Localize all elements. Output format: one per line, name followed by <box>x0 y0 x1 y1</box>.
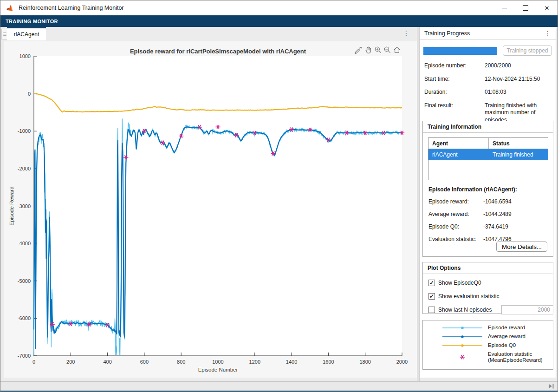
field-value: 2000/2000 <box>485 62 551 70</box>
x-tick-label: 1200 <box>249 359 260 365</box>
option-row: Show last N episodes <box>428 305 553 314</box>
field-value: 12-Nov-2024 21:15:50 <box>485 76 551 83</box>
legend-label-line1: Evaluation statistic <box>488 351 532 357</box>
y-tick-label: 0 <box>28 91 31 97</box>
field-row: Episode reward: -1046.6594 <box>428 198 547 205</box>
matlab-logo-icon <box>6 4 14 12</box>
field-row: Duration: 01:08:03 <box>424 89 551 96</box>
cell-status: Training finished <box>489 149 548 160</box>
training-information-box: Training Information Agent Status rlACAg… <box>422 121 553 257</box>
collapse-panel-icon[interactable] <box>549 384 554 389</box>
y-tick-label: -4000 <box>18 241 31 246</box>
field-value: -374.6419 <box>483 223 508 230</box>
legend-box: Episode reward Average reward Episode Q0… <box>422 320 553 370</box>
toolstrip: TRAINING MONITOR <box>0 15 558 27</box>
y-tick-label: 1000 <box>19 53 31 59</box>
column-header-agent: Agent <box>428 138 489 149</box>
close-button[interactable]: ✕ <box>536 0 558 15</box>
legend-label: Average reward <box>488 333 526 340</box>
episode-reward-legend-marker <box>441 325 484 331</box>
home-icon[interactable] <box>394 47 400 53</box>
legend-label: Episode Q0 <box>488 342 516 348</box>
legend-item: Average reward <box>441 333 553 340</box>
panel-title: Training Progress <box>424 30 470 37</box>
zoom-in-icon[interactable] <box>375 47 381 52</box>
field-label: Start time: <box>424 76 485 83</box>
progress-row: Training stopped <box>423 46 552 56</box>
zoom-out-icon[interactable] <box>384 47 390 52</box>
maximize-button[interactable] <box>515 0 536 15</box>
x-tick-label: 1600 <box>323 359 334 365</box>
figure-panel: -7000-6000-5000-4000-3000-2000-100001000… <box>4 41 417 378</box>
panel-header: Training Progress ⋮ <box>420 27 556 40</box>
option-label: Show last N episodes <box>438 307 492 313</box>
y-tick-label: -1000 <box>18 128 31 134</box>
app-window: Reinforcement Learning Training Monitor … <box>0 0 558 392</box>
training-stopped-button[interactable]: Training stopped <box>503 46 552 56</box>
show-last-n-episodes-checkbox[interactable] <box>428 307 435 313</box>
panel-options-menu-icon[interactable]: ⋮ <box>545 30 551 37</box>
toolstrip-tab-training-monitor[interactable]: TRAINING MONITOR <box>0 19 63 24</box>
y-tick-label: -2000 <box>18 166 31 171</box>
legend-label: Episode reward <box>488 325 525 331</box>
field-label: Average reward: <box>428 211 483 217</box>
option-label: Show EpisodeQ0 <box>438 280 481 286</box>
column-header-status: Status <box>489 138 548 149</box>
field-label: Evaluation statistic: <box>428 236 483 242</box>
minimize-button[interactable] <box>493 0 515 15</box>
pan-icon[interactable] <box>366 47 370 53</box>
n-episodes-input[interactable] <box>501 305 553 314</box>
title-bar: Reinforcement Learning Training Monitor … <box>0 0 558 15</box>
tab-rlacagent[interactable]: rlACAgent <box>7 27 46 40</box>
option-row: ✓ Show EpisodeQ0 <box>428 278 553 287</box>
export-icon[interactable] <box>355 47 362 54</box>
x-tick-label: 1800 <box>359 359 370 365</box>
maximize-icon <box>523 5 528 11</box>
x-tick-label: 800 <box>177 359 185 365</box>
y-tick-label: -7000 <box>18 353 31 359</box>
progress-fields: Episode number: 2000/2000 Start time: 12… <box>424 62 551 124</box>
plot-options-title: Plot Options <box>423 262 553 274</box>
x-tick-label: 0 <box>32 359 35 365</box>
field-row: Start time: 12-Nov-2024 21:15:50 <box>424 76 551 83</box>
x-tick-label: 1400 <box>286 359 297 365</box>
x-tick-label: 2000 <box>396 359 408 365</box>
agent-status-table: Agent Status rlACAgent Training finished <box>428 137 548 180</box>
field-label: Episode number: <box>424 62 485 70</box>
show-evaluation-statistic-checkbox[interactable]: ✓ <box>428 293 435 300</box>
field-value: -1046.6594 <box>483 198 512 205</box>
table-row[interactable]: rlACAgent Training finished <box>428 149 548 160</box>
y-tick-label: -5000 <box>18 278 31 284</box>
more-details-button[interactable]: More Details... <box>496 242 547 252</box>
table-header-row: Agent Status <box>428 138 548 149</box>
tab-label: rlACAgent <box>14 31 39 38</box>
chart-title: Episode reward for rlCartPoleSimscapeMod… <box>130 48 306 55</box>
field-label: Duration: <box>424 89 485 96</box>
field-row: Average reward: -1044.2489 <box>428 211 547 217</box>
field-label: Episode Q0: <box>428 223 483 230</box>
progress-bar <box>423 47 497 55</box>
training-progress-panel: Training Progress ⋮ Training stopped Epi… <box>420 27 556 378</box>
x-tick-label: 400 <box>103 359 111 365</box>
x-tick-label: 600 <box>140 359 149 365</box>
episode-q0-legend-marker <box>441 342 484 349</box>
legend-item: Evaluation statistic (MeanEpisodeReward) <box>441 351 553 363</box>
legend-item: Episode reward <box>441 325 553 331</box>
y-axis-label: Episode Reward <box>9 186 14 225</box>
training-chart: -7000-6000-5000-4000-3000-2000-100001000… <box>4 41 417 378</box>
minimize-icon <box>502 8 507 8</box>
y-tick-label: -6000 <box>18 315 31 321</box>
option-row: ✓ Show evaluation statistic <box>428 292 553 301</box>
field-value: -1044.2489 <box>483 211 512 217</box>
legend-item: Episode Q0 <box>441 342 553 349</box>
tab-options-menu-icon[interactable]: ⋮ <box>403 30 409 36</box>
progress-bar-fill <box>423 47 497 55</box>
show-episodeq0-checkbox[interactable]: ✓ <box>428 280 435 286</box>
x-axis-label: Episode Number <box>198 367 238 372</box>
average-reward-legend-marker <box>441 333 484 340</box>
status-bar <box>0 381 558 391</box>
episode-information-title: Episode Information (rlACAgent): <box>428 186 517 193</box>
field-value: 01:08:03 <box>485 89 551 96</box>
x-tick-label: 1000 <box>212 359 223 365</box>
y-tick-label: -3000 <box>18 203 31 209</box>
